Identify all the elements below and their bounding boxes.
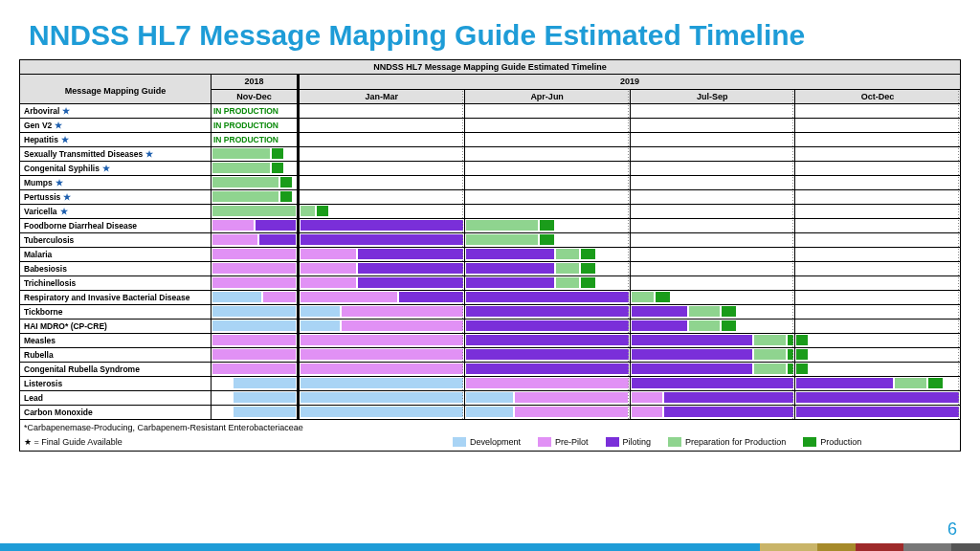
bar-prep	[465, 233, 539, 246]
table-row: Sexually Transmitted Diseases★	[20, 147, 960, 162]
bar-pilot	[465, 305, 630, 318]
row-label: HAI MDRO* (CP-CRE)	[20, 320, 212, 333]
bar-prep	[212, 176, 279, 188]
bar-prep	[555, 248, 580, 260]
star-icon: ★	[145, 149, 153, 159]
row-label: Sexually Transmitted Diseases★	[20, 147, 212, 161]
legend-prep: Preparation for Production	[668, 437, 786, 447]
in-production-label: IN PRODUCTION	[212, 135, 278, 144]
bar-dev	[212, 291, 262, 303]
bar-pilot	[465, 291, 630, 303]
bar-pilot	[398, 291, 464, 303]
table-row: Mumps★	[20, 176, 960, 190]
bar-prep	[753, 348, 786, 361]
bar-prod	[271, 162, 283, 174]
bar-prepilot	[300, 348, 464, 361]
star-icon: ★	[63, 192, 71, 202]
table-row: Varicella★	[20, 205, 960, 219]
bar-dev	[465, 406, 515, 418]
bar-prep	[555, 262, 580, 275]
table-row: Tickborne	[20, 305, 960, 320]
q1: Jan-Mar	[300, 89, 465, 103]
bar-pilot	[357, 276, 464, 289]
bar-pilot	[631, 334, 754, 346]
row-label: Lead	[20, 391, 212, 405]
bar-prepilot	[300, 291, 398, 303]
bar-prep	[300, 205, 316, 217]
q3: Jul-Sep	[631, 89, 796, 103]
table-row: Babesiosis	[20, 262, 960, 276]
row-label: Babesiosis	[20, 262, 212, 276]
table-row: Rubella	[20, 348, 960, 363]
table-row: Listerosis	[20, 377, 960, 391]
table-row: Congenital Syphilis★	[20, 162, 960, 176]
bar-dev	[300, 320, 341, 332]
bar-pilot	[465, 262, 555, 275]
bar-prod	[927, 377, 944, 389]
bar-prepilot	[212, 262, 297, 275]
star-icon: ★	[60, 207, 68, 216]
bar-prep	[212, 190, 279, 203]
row-label: Trichinellosis	[20, 276, 212, 290]
bar-prep	[555, 276, 580, 289]
table-row: Gen V2★IN PRODUCTION	[20, 119, 960, 133]
row-label: Pertussis★	[20, 190, 212, 204]
bar-dev	[300, 377, 464, 389]
bar-prep	[688, 320, 721, 332]
bar-prod	[655, 291, 671, 303]
bar-prepilot	[300, 248, 357, 260]
bar-prep	[465, 219, 539, 231]
legend-pilot: Piloting	[606, 437, 652, 447]
bar-pilot	[631, 348, 754, 361]
in-production-label: IN PRODUCTION	[212, 121, 278, 130]
bar-dev	[233, 406, 297, 418]
bar-dev	[300, 305, 341, 318]
bar-pilot	[795, 377, 894, 389]
table-row: Arboviral★IN PRODUCTION	[20, 104, 960, 119]
bar-prepilot	[212, 248, 297, 260]
star-icon: ★	[62, 106, 70, 116]
bar-prepilot	[341, 305, 464, 318]
bar-pilot	[631, 320, 688, 332]
legend-dev: Development	[453, 437, 521, 447]
bar-prod	[787, 348, 795, 361]
bar-pilot	[465, 320, 630, 332]
bar-pilot	[795, 391, 960, 404]
bar-prep	[753, 334, 786, 346]
bar-prod	[580, 248, 596, 260]
row-label: Foodborne Diarrheal Disease	[20, 219, 212, 232]
row-label: Measles	[20, 334, 212, 347]
bar-prod	[787, 363, 795, 375]
bar-dev	[212, 305, 297, 318]
bar-pilot	[300, 219, 464, 231]
bar-dev	[300, 406, 464, 418]
bar-prep	[688, 305, 721, 318]
bar-pilot	[258, 233, 297, 246]
q4: Oct-Dec	[795, 89, 960, 103]
table-row: Respiratory and Invasive Bacterial Disea…	[20, 291, 960, 305]
bottom-accent-bar	[0, 543, 980, 551]
slide-title: NNDSS HL7 Message Mapping Guide Estimate…	[0, 0, 980, 59]
bar-prepilot	[300, 334, 464, 346]
bar-pilot	[631, 363, 754, 375]
row-label: Varicella★	[20, 205, 212, 218]
row-label: Rubella	[20, 348, 212, 362]
bar-prepilot	[212, 233, 258, 246]
bar-prod	[539, 219, 555, 231]
bar-prepilot	[212, 348, 297, 361]
row-label: Respiratory and Invasive Bacterial Disea…	[20, 291, 212, 304]
bar-prep	[894, 377, 926, 389]
bar-prep	[753, 363, 786, 375]
bar-pilot	[465, 248, 555, 260]
bar-pilot	[795, 406, 960, 418]
bar-pilot	[465, 348, 630, 361]
bar-pilot	[663, 391, 794, 404]
bar-prod	[279, 190, 292, 203]
bar-pilot	[631, 377, 795, 389]
star-icon: ★	[55, 121, 62, 130]
bar-prep	[631, 291, 656, 303]
bar-prod	[721, 320, 737, 332]
bar-prod	[316, 205, 329, 217]
footnote-1: *Carbapenemase-Producing, Carbapenem-Res…	[20, 420, 960, 435]
bar-prepilot	[212, 219, 255, 231]
